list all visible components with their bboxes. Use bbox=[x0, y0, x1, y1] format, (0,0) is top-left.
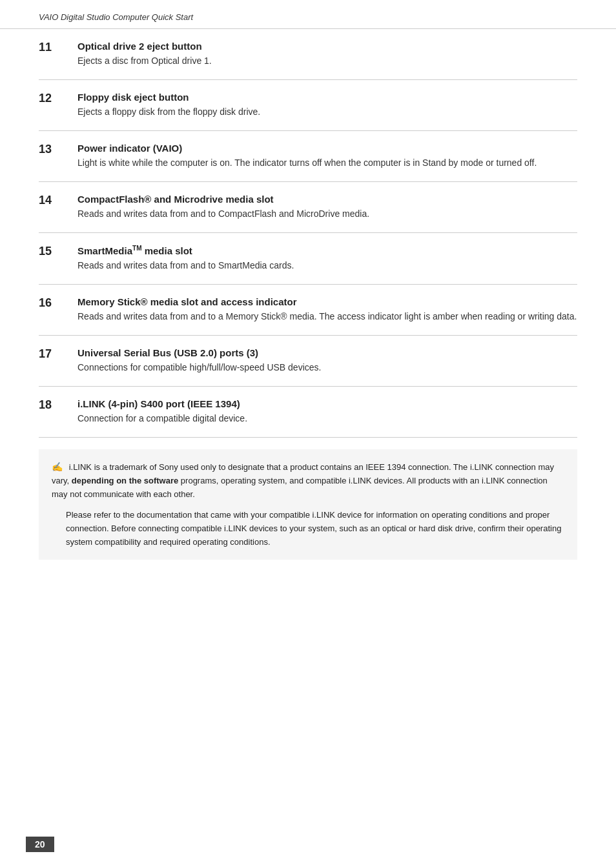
entry-body: SmartMediaTM media slotReads and writes … bbox=[77, 245, 577, 272]
entry-title: Optical drive 2 eject button bbox=[77, 41, 577, 52]
note-text-1: ✍ i.LINK is a trademark of Sony used onl… bbox=[52, 460, 564, 501]
entry-title: i.LINK (4-pin) S400 port (IEEE 1394) bbox=[77, 398, 577, 409]
entry-item: 16Memory Stick® media slot and access in… bbox=[39, 285, 577, 336]
content-area: 11Optical drive 2 eject buttonEjects a d… bbox=[0, 29, 616, 598]
entry-desc: Connection for a compatible digital devi… bbox=[77, 412, 577, 425]
entry-number: 14 bbox=[39, 194, 77, 207]
entries-list: 11Optical drive 2 eject buttonEjects a d… bbox=[39, 29, 577, 438]
entry-item: 13Power indicator (VAIO)Light is white w… bbox=[39, 131, 577, 182]
note-text-2: Please refer to the documentation that c… bbox=[66, 509, 564, 549]
note-icon: ✍ bbox=[52, 460, 63, 474]
page-footer: 20 bbox=[0, 837, 616, 852]
entry-desc: Reads and writes data from and to a Memo… bbox=[77, 310, 577, 323]
note-box: ✍ i.LINK is a trademark of Sony used onl… bbox=[39, 449, 577, 560]
page: VAIO Digital Studio Computer Quick Start… bbox=[0, 0, 616, 865]
entry-number: 13 bbox=[39, 143, 77, 156]
entry-body: Optical drive 2 eject buttonEjects a dis… bbox=[77, 41, 577, 68]
page-header: VAIO Digital Studio Computer Quick Start bbox=[0, 0, 616, 29]
header-title: VAIO Digital Studio Computer Quick Start bbox=[39, 12, 193, 22]
entry-number: 18 bbox=[39, 398, 77, 412]
entry-body: Memory Stick® media slot and access indi… bbox=[77, 296, 577, 323]
entry-item: 14CompactFlash® and Microdrive media slo… bbox=[39, 182, 577, 233]
entry-desc: Reads and writes data from and to SmartM… bbox=[77, 259, 577, 272]
entry-body: Universal Serial Bus (USB 2.0) ports (3)… bbox=[77, 347, 577, 374]
entry-item: 12Floppy disk eject buttonEjects a flopp… bbox=[39, 80, 577, 131]
entry-body: Floppy disk eject buttonEjects a floppy … bbox=[77, 92, 577, 119]
entry-body: i.LINK (4-pin) S400 port (IEEE 1394)Conn… bbox=[77, 398, 577, 425]
entry-desc: Connections for compatible high/full/low… bbox=[77, 361, 577, 374]
entry-body: CompactFlash® and Microdrive media slotR… bbox=[77, 194, 577, 221]
entry-desc: Ejects a disc from Optical drive 1. bbox=[77, 54, 577, 68]
entry-title: Floppy disk eject button bbox=[77, 92, 577, 103]
entry-number: 12 bbox=[39, 92, 77, 105]
entry-item: 11Optical drive 2 eject buttonEjects a d… bbox=[39, 29, 577, 80]
entry-number: 16 bbox=[39, 296, 77, 310]
entry-item: 15SmartMediaTM media slotReads and write… bbox=[39, 233, 577, 285]
page-number: 20 bbox=[26, 837, 54, 852]
entry-title: CompactFlash® and Microdrive media slot bbox=[77, 194, 577, 205]
entry-title: SmartMediaTM media slot bbox=[77, 245, 577, 256]
entry-desc: Reads and writes data from and to Compac… bbox=[77, 207, 577, 221]
entry-number: 17 bbox=[39, 347, 77, 361]
entry-title: Power indicator (VAIO) bbox=[77, 143, 577, 154]
entry-title: Universal Serial Bus (USB 2.0) ports (3) bbox=[77, 347, 577, 358]
entry-desc: Light is white while the computer is on.… bbox=[77, 156, 577, 170]
entry-item: 17Universal Serial Bus (USB 2.0) ports (… bbox=[39, 336, 577, 387]
entry-number: 11 bbox=[39, 41, 77, 54]
entry-body: Power indicator (VAIO)Light is white whi… bbox=[77, 143, 577, 170]
note-line1-bold: depending on the software bbox=[69, 476, 178, 485]
entry-number: 15 bbox=[39, 245, 77, 258]
entry-item: 18i.LINK (4-pin) S400 port (IEEE 1394)Co… bbox=[39, 387, 577, 438]
entry-title: Memory Stick® media slot and access indi… bbox=[77, 296, 577, 307]
entry-desc: Ejects a floppy disk from the floppy dis… bbox=[77, 105, 577, 119]
